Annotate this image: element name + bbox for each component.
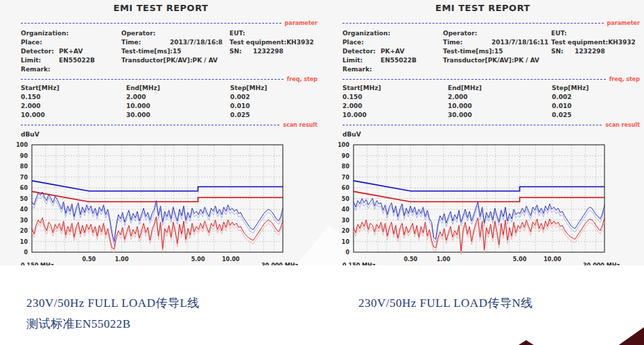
emi-report-page: EMI TEST REPORT parameter Organization: … [0, 0, 644, 345]
freq-cell: 2.000 [126, 93, 230, 102]
emi-scan-chart: 01020304050607080901000.501.005.0010.000… [10, 139, 308, 265]
param-label: Detector: [342, 47, 381, 56]
corner-decoration [519, 340, 534, 345]
svg-text:60: 60 [20, 185, 28, 191]
captions-band: 230V/50Hz FULL LOAD传导L线 测试标准EN55022B 230… [0, 265, 644, 345]
freq-cell: 30.000 [448, 111, 552, 120]
svg-text:0: 0 [24, 249, 28, 256]
param-row: Organization: Operator: EUT: [342, 29, 640, 38]
param-value: 1232298 [575, 47, 605, 56]
dashed-line [342, 125, 602, 125]
divider-scan-result: scan result [342, 122, 640, 128]
param-label: Test equipment: [551, 38, 608, 47]
report-title: EMI TEST REPORT [0, 3, 322, 15]
chart-y-unit-label: dBuV [342, 131, 640, 139]
param-label: Organization: [342, 29, 390, 38]
caption-line: 230V/50Hz FULL LOAD传导N线 [358, 293, 533, 314]
svg-text:70: 70 [342, 175, 350, 181]
param-label: Detector: [21, 47, 59, 56]
param-label: Operator: [121, 29, 170, 38]
caption-line: 230V/50Hz FULL LOAD传导L线 [26, 293, 200, 314]
svg-text:50: 50 [342, 196, 350, 202]
svg-text:1.00: 1.00 [115, 256, 129, 263]
svg-text:40: 40 [342, 206, 350, 213]
param-value: PK / AV [193, 56, 218, 65]
param-value: PK / AV [514, 56, 539, 65]
freq-header-row: Start[MHz] End[MHz] Step[MHz] [21, 84, 317, 93]
param-row: Detector:PK+AV Test-time[ms]:15 SN:12322… [21, 47, 317, 56]
param-value: 15 [173, 47, 182, 56]
freq-row: 0.150 2.000 0.002 [21, 93, 317, 102]
param-value: KH3932 [608, 38, 636, 47]
param-value: 2013/7/18/16:8 [170, 38, 223, 47]
freq-step-table: Start[MHz] End[MHz] Step[MHz] 0.150 2.00… [342, 84, 640, 120]
dashed-line [21, 23, 281, 24]
param-label: Transductor[PK/AV]: [443, 56, 514, 65]
param-value: PK+AV [59, 47, 82, 56]
param-value: EN55022B [381, 56, 417, 65]
freq-cell: 10.000 [21, 111, 126, 120]
freq-cell: 2.000 [21, 102, 126, 111]
svg-text:20: 20 [20, 228, 28, 234]
freq-header: Start[MHz] [21, 84, 126, 93]
svg-text:70: 70 [20, 175, 28, 181]
param-label: Time: [121, 38, 170, 47]
freq-cell: 30.000 [126, 111, 230, 120]
divider-parameter: parameter [21, 20, 317, 26]
freq-header: Start[MHz] [342, 84, 448, 93]
freq-header: Step[MHz] [552, 84, 640, 93]
svg-text:10.00: 10.00 [222, 256, 240, 263]
param-label: Organization: [21, 29, 69, 38]
section-label-parameter: parameter [607, 20, 640, 26]
freq-header: Step[MHz] [230, 84, 317, 93]
param-label: EUT: [229, 29, 253, 38]
param-row: Organization: Operator: EUT: [21, 29, 317, 38]
freq-cell: 0.025 [230, 111, 317, 120]
freq-header-row: Start[MHz] End[MHz] Step[MHz] [342, 84, 640, 93]
emi-report-panel-left: EMI TEST REPORT parameter Organization: … [0, 0, 322, 265]
section-label-scan-result: scan result [605, 122, 640, 128]
param-label: Place: [342, 38, 381, 47]
freq-cell: 0.002 [230, 93, 317, 102]
freq-header: End[MHz] [126, 84, 230, 93]
svg-text:100: 100 [16, 142, 28, 148]
param-label: SN: [229, 47, 253, 56]
param-label: SN: [551, 47, 575, 56]
param-value: PK+AV [381, 47, 404, 56]
freq-cell: 10.000 [126, 102, 230, 111]
param-row: Limit:EN55022B Transductor[PK/AV]:PK / A… [342, 56, 640, 65]
param-value: 2013/7/18/16:11 [491, 38, 548, 47]
freq-cell: 0.025 [552, 111, 640, 120]
svg-text:30: 30 [342, 218, 350, 224]
section-label-parameter: parameter [285, 20, 317, 26]
svg-text:10: 10 [342, 239, 350, 245]
svg-text:0.50: 0.50 [403, 256, 417, 263]
divider-scan-result: scan result [21, 122, 317, 128]
freq-cell: 2.000 [448, 93, 552, 102]
dashed-line [21, 79, 284, 80]
param-value: KH3932 [286, 38, 314, 47]
emi-report-panel-right: EMI TEST REPORT parameter Organization: … [322, 0, 644, 265]
param-value: EN55022B [59, 56, 95, 65]
svg-text:80: 80 [342, 163, 350, 170]
svg-text:50: 50 [20, 196, 28, 202]
freq-cell: 2.000 [342, 102, 448, 111]
param-label: Remark: [21, 65, 59, 74]
svg-text:90: 90 [342, 153, 350, 159]
chart-y-unit-label: dBuV [21, 131, 317, 139]
parameter-table: Organization: Operator: EUT: Place: Time… [21, 29, 317, 74]
freq-row: 0.150 2.000 0.002 [342, 93, 640, 102]
param-label: EUT: [551, 29, 575, 38]
freq-row: 2.000 10.000 0.010 [342, 102, 640, 111]
dashed-line [21, 125, 279, 125]
svg-text:90: 90 [20, 153, 28, 159]
param-row: Detector:PK+AV Test-time[ms]:15 SN:12322… [342, 47, 640, 56]
freq-step-table: Start[MHz] End[MHz] Step[MHz] 0.150 2.00… [21, 84, 317, 120]
svg-text:100: 100 [338, 142, 349, 148]
freq-cell: 10.000 [342, 111, 448, 120]
svg-text:0.50: 0.50 [82, 256, 96, 263]
freq-row: 10.000 30.000 0.025 [342, 111, 640, 120]
svg-text:5.00: 5.00 [191, 256, 205, 263]
param-value: 15 [494, 47, 503, 56]
svg-text:40: 40 [20, 206, 28, 213]
